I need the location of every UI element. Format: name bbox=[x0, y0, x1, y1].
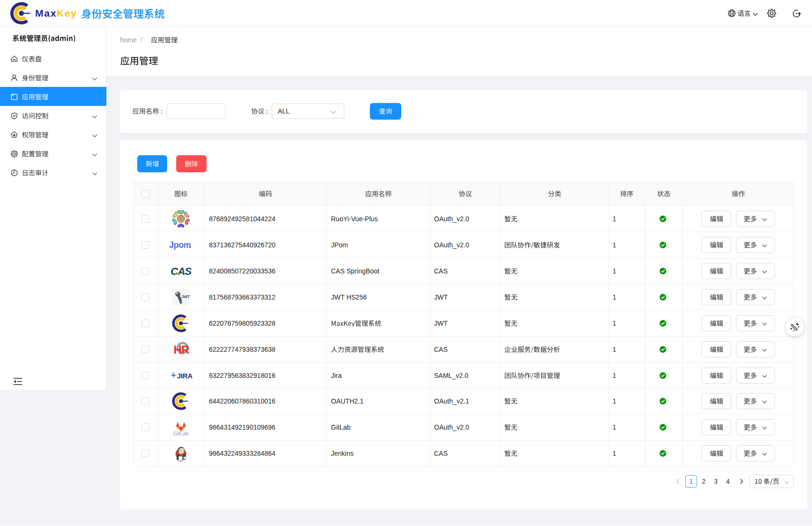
svg-text:Jpom: Jpom bbox=[170, 240, 191, 250]
svg-text:GitLab: GitLab bbox=[173, 430, 189, 436]
svg-text:CAS: CAS bbox=[170, 265, 192, 277]
svg-text:HR: HR bbox=[174, 343, 189, 356]
svg-text:JIRA: JIRA bbox=[177, 371, 193, 379]
svg-text:JWT: JWT bbox=[181, 294, 190, 299]
